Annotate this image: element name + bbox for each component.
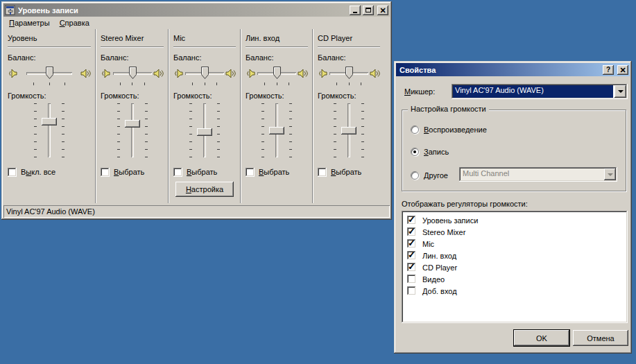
list-item-label: Доб. вход [422,287,457,295]
volume-slider[interactable] [197,103,212,157]
speaker-right-icon [153,68,164,79]
list-item-label: Уровень записи [422,216,478,225]
balance-slider[interactable] [26,66,72,81]
volume-ticks-right [62,103,65,157]
checkbox-box[interactable] [407,286,416,295]
volume-ticks-left [261,103,264,157]
balance-thumb[interactable] [46,67,53,80]
other-combobox-value: Multi Channel [461,168,603,180]
volume-slider[interactable] [269,103,284,157]
checkbox-box[interactable] [101,168,110,177]
checkbox-box[interactable] [407,275,416,284]
mixer-combobox[interactable]: Vinyl AC'97 Audio (WAVE) [452,84,628,99]
balance-slider[interactable] [113,66,152,81]
checkbox-box[interactable] [407,216,416,225]
channel-title: Mic [173,34,236,44]
help-button[interactable]: ? [603,65,614,75]
chevron-down-icon [608,173,613,179]
dialog-title: Свойства [397,66,601,74]
speaker-right-icon [369,68,380,79]
balance-thumb[interactable] [129,67,137,80]
show-controls-label: Отображать регуляторы громкости: [402,200,528,208]
checkbox-box[interactable] [407,263,416,272]
title-bar[interactable]: Свойства ? ✕ [396,63,630,76]
volume-controls-listbox[interactable]: Уровень записи Stereo Mixer Mic Лин. вхо… [402,211,628,323]
checkbox-box[interactable] [8,168,17,177]
balance-label: Баланс: [8,53,91,62]
balance-slider[interactable] [329,66,368,81]
volume-thumb[interactable] [269,127,284,135]
balance-label: Баланс: [318,53,380,62]
window-title: Уровень записи [18,6,347,15]
volume-track [48,103,51,157]
minimize-button[interactable] [350,6,361,15]
list-item-aux-in[interactable]: Доб. вход [404,285,625,297]
list-item-recording-level[interactable]: Уровень записи [404,214,625,226]
balance-thumb[interactable] [201,67,209,80]
radio-recording[interactable]: Запись [411,148,449,156]
list-item-label: Видео [422,275,445,284]
list-item-cd-player[interactable]: CD Player [404,261,625,273]
status-bar: Vinyl AC'97 Audio (WAVE) [3,205,390,218]
properties-dialog: Свойства ? ✕ Микшер: Vinyl AC'97 Audio (… [394,61,632,354]
radio-circle[interactable] [411,148,419,156]
list-item-mic[interactable]: Mic [404,238,625,250]
volume-slider[interactable] [125,103,140,157]
list-item-video[interactable]: Видео [404,273,625,285]
menu-item-help[interactable]: Справка [55,17,94,29]
checkbox-box[interactable] [246,168,255,177]
volume-label: Громкость: [318,92,380,100]
balance-slider[interactable] [257,66,296,81]
ok-button[interactable]: OK [514,330,569,346]
cancel-button[interactable]: Отмена [573,330,628,346]
volume-label: Громкость: [246,92,308,100]
title-bar[interactable]: Уровень записи ✕ [3,3,390,17]
list-item-line-in[interactable]: Лин. вход [404,250,625,261]
balance-thumb[interactable] [345,67,353,80]
volume-ticks-left [34,103,37,157]
radio-circle[interactable] [411,171,419,180]
volume-ticks-right [145,103,148,157]
mixer-combobox-dropdown-button[interactable] [614,85,626,98]
volume-thumb[interactable] [197,128,212,136]
checkbox-label: Выбрать [187,168,217,176]
channel-title: CD Player [318,34,380,44]
close-button[interactable]: ✕ [617,65,628,75]
volume-thumb[interactable] [125,120,140,128]
maximize-button[interactable] [363,6,374,15]
volume-track [131,103,134,157]
divider [173,46,236,48]
checkbox-box[interactable] [407,239,416,248]
select-checkbox[interactable]: Выбрать [101,167,164,177]
checkbox-box[interactable] [407,251,416,260]
volume-label: Громкость: [101,92,164,100]
channel-title: Уровень [8,34,91,44]
checkbox-box[interactable] [173,168,182,177]
balance-label: Баланс: [101,53,164,62]
radio-circle[interactable] [411,125,419,134]
select-checkbox[interactable]: Выбрать [318,167,380,177]
checkbox-label: Выбрать [114,168,144,176]
help-icon: ? [606,66,610,73]
settings-button[interactable]: Настройка [175,182,234,197]
volume-thumb[interactable] [341,127,356,135]
balance-slider[interactable] [185,66,224,81]
select-checkbox[interactable]: Выбрать [246,167,308,177]
volume-slider[interactable] [42,103,57,157]
list-item-stereo-mixer[interactable]: Stereo Mixer [404,226,625,238]
volume-slider[interactable] [341,103,356,157]
select-checkbox[interactable]: Выбрать [173,167,236,177]
checkbox-box[interactable] [407,227,416,236]
balance-thumb[interactable] [273,67,281,80]
radio-label: Воспроизведение [424,125,487,134]
volume-control-icon [5,5,16,16]
close-button[interactable]: ✕ [377,6,388,15]
balance-ticks [257,83,296,86]
radio-other[interactable]: Другое [411,171,448,180]
mute-all-checkbox[interactable]: Выкл. все [8,167,91,177]
radio-playback[interactable]: Воспроизведение [411,125,487,134]
close-icon: ✕ [379,7,386,14]
menu-item-parameters[interactable]: Параметры [4,17,55,29]
volume-thumb[interactable] [42,118,57,125]
checkbox-box[interactable] [318,168,327,177]
